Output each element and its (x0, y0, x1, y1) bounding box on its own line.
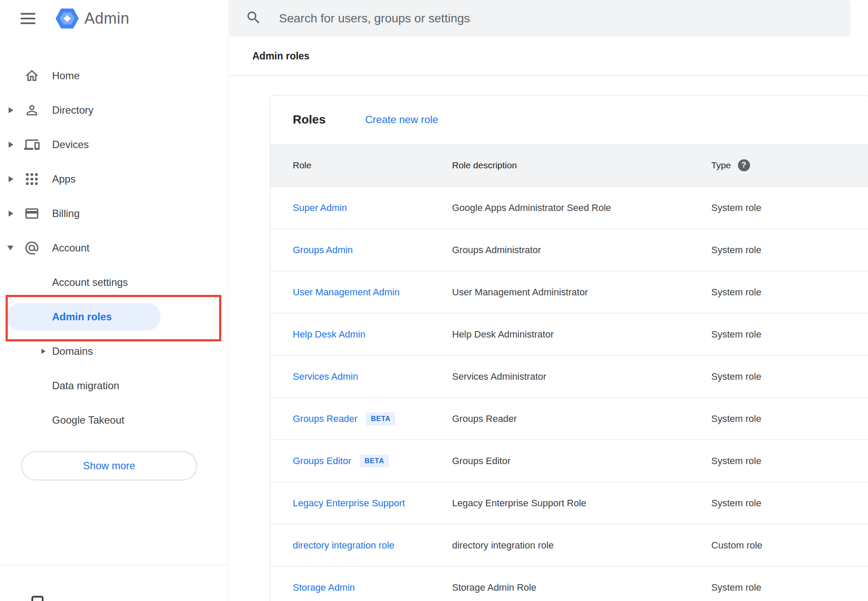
table-row: Help Desk Admin Help Desk Administrator … (270, 313, 868, 355)
role-description: Google Apps Administrator Seed Role (452, 202, 711, 214)
role-link[interactable]: Groups Reader (293, 413, 357, 424)
table-row: Groups EditorBETA Groups Editor System r… (270, 440, 868, 482)
sidebar-item-billing[interactable]: Billing (0, 196, 228, 231)
column-header-description: Role description (452, 160, 711, 170)
role-type: System role (711, 371, 868, 382)
table-row: User Management Admin User Management Ad… (270, 271, 868, 313)
sidebar-item-label: Billing (0, 208, 80, 220)
sidebar-subitem-admin-roles[interactable]: Admin roles (0, 300, 228, 334)
create-new-role-link[interactable]: Create new role (365, 114, 438, 126)
page-title: Roles (293, 113, 326, 127)
role-description: User Management Administrator (452, 287, 711, 298)
role-description: directory integration role (452, 540, 711, 551)
table-row: Services Admin Services Administrator Sy… (270, 355, 868, 397)
role-type: System role (711, 582, 868, 593)
role-type: System role (711, 245, 868, 256)
table-row: Legacy Enterprise Support Legacy Enterpr… (270, 482, 868, 524)
column-header-type: Type ? (711, 159, 868, 171)
role-link[interactable]: Super Admin (293, 202, 347, 213)
role-link[interactable]: Help Desk Admin (293, 329, 366, 340)
table-row: directory integration role directory int… (270, 524, 868, 566)
sidebar-bottom-divider (0, 565, 229, 565)
sidebar-item-label: Home (0, 70, 80, 82)
sidebar-subitem-account-settings[interactable]: Account settings (0, 265, 228, 300)
table-row: Storage Admin Storage Admin Role System … (270, 566, 868, 601)
roles-card-header: Roles Create new role (270, 96, 868, 144)
search-bar (229, 0, 850, 37)
breadcrumb[interactable]: Admin roles (252, 50, 310, 62)
role-type: System role (711, 202, 868, 214)
table-header: Role Role description Type ? (270, 144, 868, 186)
role-type: System role (711, 498, 868, 509)
role-type: Custom role (711, 540, 868, 551)
sidebar-item-label: Data migration (0, 380, 119, 392)
admin-hexagon-logo-icon (55, 8, 79, 29)
sidebar-header: Admin (0, 0, 228, 37)
sidebar-item-label: Directory (0, 104, 93, 116)
table-row: Super Admin Google Apps Administrator Se… (270, 186, 868, 229)
role-link[interactable]: Groups Editor (293, 455, 351, 466)
role-link[interactable]: Services Admin (293, 371, 358, 382)
google-admin-console: Admin Home Directory De (0, 0, 868, 601)
role-link[interactable]: User Management Admin (293, 287, 400, 297)
sidebar-subitem-data-migration[interactable]: Data migration (0, 369, 228, 403)
sidebar-item-label: Account settings (0, 276, 128, 288)
sidebar-item-account[interactable]: Account (0, 231, 228, 265)
role-type: System role (711, 455, 868, 467)
partial-bottom-icon[interactable] (31, 596, 43, 601)
role-type: System role (711, 287, 868, 298)
main-content: Admin roles Roles Create new role Role R… (229, 0, 868, 601)
sidebar-subitem-domains[interactable]: Domains (0, 334, 228, 369)
search-icon (245, 9, 262, 28)
sidebar-item-label: Admin roles (0, 311, 112, 323)
role-description: Groups Editor (452, 455, 711, 467)
role-link[interactable]: Legacy Enterprise Support (293, 498, 405, 508)
sidebar-item-devices[interactable]: Devices (0, 127, 228, 162)
sidebar-item-home[interactable]: Home (0, 59, 228, 93)
role-description: Legacy Enterprise Support Role (452, 498, 711, 509)
role-description: Services Administrator (452, 371, 711, 382)
search-input[interactable] (279, 12, 796, 25)
sidebar-nav: Home Directory Devices (0, 59, 228, 437)
sidebar-item-label: Account (0, 242, 90, 254)
table-row: Groups ReaderBETA Groups Reader System r… (270, 397, 868, 440)
hamburger-menu-icon[interactable] (21, 13, 35, 24)
role-description: Groups Administrator (452, 245, 711, 256)
role-type: System role (711, 329, 868, 340)
show-more-button[interactable]: Show more (21, 451, 197, 480)
roles-card: Roles Create new role Role Role descript… (270, 95, 868, 601)
sidebar-item-directory[interactable]: Directory (0, 93, 228, 127)
sidebar: Admin Home Directory De (0, 0, 229, 601)
role-link[interactable]: directory integration role (293, 540, 394, 551)
table-row: Groups Admin Groups Administrator System… (270, 229, 868, 271)
role-description: Help Desk Administrator (452, 329, 711, 340)
sidebar-item-label: Domains (0, 345, 93, 357)
role-link[interactable]: Groups Admin (293, 245, 353, 255)
sidebar-item-apps[interactable]: Apps (0, 162, 228, 196)
role-description: Groups Reader (452, 413, 711, 424)
beta-badge: BETA (360, 455, 389, 468)
role-link[interactable]: Storage Admin (293, 582, 355, 593)
app-title: Admin (84, 9, 130, 28)
beta-badge: BETA (366, 412, 395, 425)
sidebar-item-label: Google Takeout (0, 414, 124, 426)
role-type: System role (711, 413, 868, 424)
sidebar-item-label: Devices (0, 139, 89, 151)
sidebar-subitem-google-takeout[interactable]: Google Takeout (0, 403, 228, 437)
help-icon[interactable]: ? (738, 159, 750, 171)
role-description: Storage Admin Role (452, 582, 711, 593)
breadcrumb-bar: Admin roles (229, 37, 868, 76)
sidebar-item-label: Apps (0, 173, 76, 185)
column-header-role: Role (270, 160, 452, 170)
